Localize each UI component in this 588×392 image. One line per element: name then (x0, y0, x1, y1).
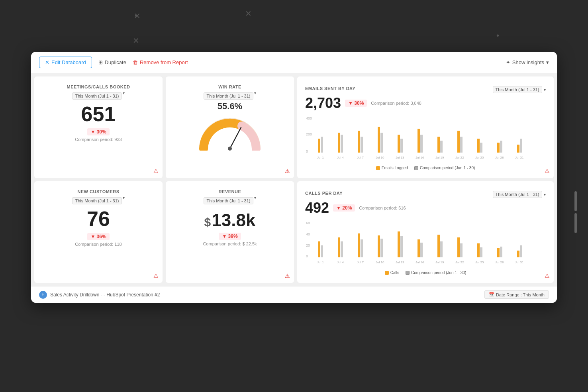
show-insights-button[interactable]: ✦ Show insights ▾ (506, 59, 549, 65)
calls-legend-secondary-label: Comparison period (Jun 1 - 30) (411, 270, 466, 275)
footer-title: Sales Activity Drilldown - - HubSpot Pre… (50, 292, 160, 298)
new-customers-date-dropdown[interactable]: This Month (Jul 1 - 31) (72, 197, 122, 204)
meetings-date-dropdown[interactable]: This Month (Jul 1 - 31) (72, 92, 122, 100)
svg-rect-58 (457, 237, 460, 257)
svg-text:Jul 28: Jul 28 (495, 261, 504, 264)
new-customers-value: 76 (87, 208, 110, 230)
svg-text:Jul 22: Jul 22 (455, 261, 464, 264)
meetings-title: MEETINGS/CALLS BOOKED (67, 84, 130, 89)
svg-text:Jul 13: Jul 13 (396, 156, 404, 159)
remove-button[interactable]: 🗑 Remove from Report (133, 59, 188, 65)
revenue-change-badge: ▼ 39% (219, 233, 241, 240)
emails-dropdown-arrow: ▾ (544, 88, 546, 92)
calls-date-dropdown[interactable]: This Month (Jul 1 - 31) (493, 191, 542, 198)
svg-rect-47 (341, 241, 343, 257)
scrollbar-handle[interactable] (574, 191, 577, 211)
new-customers-title: NEW CUSTOMERS (77, 189, 119, 194)
duplicate-button[interactable]: ⊞ Duplicate (98, 59, 126, 65)
win-rate-card: WIN RATE This Month (Jul 1 - 31) ▾ 55.6% (166, 76, 294, 178)
calls-legend-primary-label: Calls (390, 270, 399, 275)
svg-rect-26 (500, 141, 502, 153)
svg-rect-8 (321, 137, 323, 153)
svg-line-0 (230, 127, 241, 149)
calls-chart-svg: 60 40 20 0 (305, 220, 546, 267)
svg-text:Jul 4: Jul 4 (337, 261, 344, 264)
calls-metric-row: 492 ▼ 20% Comparison period: 616 (305, 200, 546, 216)
svg-text:40: 40 (306, 232, 310, 236)
emails-comparison: Comparison period: 3,848 (371, 101, 421, 106)
bg-dot-1: • (135, 11, 137, 20)
gauge-svg: 0 70% (198, 115, 262, 151)
win-rate-dropdown-arrow: ▾ (254, 91, 256, 100)
emails-change-badge: ▼ 30% (345, 100, 367, 107)
calls-legend-primary-box (385, 271, 389, 275)
svg-text:400: 400 (306, 116, 312, 120)
new-customers-change-badge: ▼ 36% (87, 233, 109, 240)
edit-databoard-button[interactable]: ✕ Edit Databoard (39, 57, 92, 68)
bg-x-3: ✕ (133, 36, 139, 45)
svg-rect-14 (380, 133, 383, 153)
revenue-title: REVENUE (219, 189, 241, 194)
svg-rect-27 (517, 145, 519, 153)
svg-rect-54 (417, 239, 420, 257)
svg-rect-22 (460, 137, 463, 153)
bg-x-4: • (496, 31, 499, 40)
svg-text:Jul 10: Jul 10 (376, 261, 384, 264)
svg-rect-46 (338, 237, 340, 257)
dashboard-footer: H Sales Activity Drilldown - - HubSpot P… (31, 286, 557, 303)
emails-legend: Emails Logged Comparison period (Jun 1 -… (305, 166, 546, 170)
calendar-icon: 📅 (489, 292, 494, 297)
win-rate-alert-icon: ⚠ (285, 168, 290, 174)
svg-rect-28 (520, 139, 522, 153)
svg-rect-61 (480, 247, 482, 257)
svg-rect-13 (378, 127, 380, 153)
emails-legend-secondary: Comparison period (Jun 1 - 30) (414, 166, 475, 170)
emails-chart-svg: 400 200 0 (305, 115, 546, 163)
svg-text:Jul 31: Jul 31 (515, 261, 524, 264)
meetings-dropdown-arrow: ▾ (123, 91, 125, 100)
gauge-container: 0 70% (198, 115, 262, 151)
svg-text:200: 200 (306, 132, 312, 136)
emails-date-dropdown[interactable]: This Month (Jul 1 - 31) (493, 86, 542, 93)
edit-label: Edit Databoard (51, 59, 86, 65)
revenue-date-dropdown[interactable]: This Month (Jul 1 - 31) (204, 197, 253, 204)
trash-icon: 🗑 (133, 59, 138, 65)
calls-legend: Calls Comparison period (Jun 1 - 30) (305, 270, 546, 275)
svg-rect-49 (361, 239, 363, 257)
emails-card: EMAILS SENT BY DAY This Month (Jul 1 - 3… (297, 76, 554, 178)
svg-rect-64 (517, 251, 519, 257)
new-customers-alert-icon: ⚠ (153, 272, 159, 279)
emails-bar-chart: 400 200 0 (305, 115, 546, 164)
svg-text:Jul 7: Jul 7 (357, 156, 364, 159)
calls-dropdown-arrow: ▾ (544, 192, 546, 197)
new-customers-comparison: Comparison period: 118 (75, 242, 122, 247)
revenue-prefix: $ (204, 216, 211, 229)
revenue-value: 13.8k (212, 211, 255, 230)
win-rate-date-dropdown[interactable]: This Month (Jul 1 - 31) (204, 92, 253, 100)
revenue-card: REVENUE This Month (Jul 1 - 31) ▾ $ 13.8… (166, 181, 294, 283)
svg-text:Jul 1: Jul 1 (317, 261, 324, 264)
svg-text:Jul 19: Jul 19 (435, 261, 444, 264)
toolbar-right: ✦ Show insights ▾ (506, 59, 549, 65)
revenue-alert-icon: ⚠ (285, 272, 290, 279)
dashboard-grid: MEETINGS/CALLS BOOKED This Month (Jul 1 … (31, 73, 557, 286)
svg-rect-45 (321, 245, 323, 257)
new-customers-dropdown-arrow: ▾ (123, 196, 125, 204)
bg-x-2: ✕ (245, 9, 252, 18)
duplicate-label: Duplicate (105, 59, 126, 65)
scrollbar-handle-2[interactable] (574, 213, 577, 233)
svg-rect-44 (318, 241, 320, 257)
svg-rect-10 (341, 135, 343, 153)
meetings-change-badge: ▼ 30% (87, 128, 109, 135)
footer-date-range[interactable]: 📅 Date Range : This Month (484, 290, 549, 299)
emails-legend-secondary-box (414, 166, 418, 170)
svg-text:Jul 22: Jul 22 (455, 156, 464, 159)
svg-rect-19 (437, 137, 440, 153)
svg-text:Jul 4: Jul 4 (337, 156, 344, 159)
svg-text:Jul 28: Jul 28 (495, 156, 504, 159)
meetings-value: 651 (81, 103, 116, 125)
toolbar: ✕ Edit Databoard ⊞ Duplicate 🗑 Remove fr… (31, 52, 557, 73)
svg-rect-25 (497, 143, 500, 153)
svg-text:Jul 31: Jul 31 (515, 156, 524, 159)
calls-legend-secondary: Comparison period (Jun 1 - 30) (406, 270, 466, 275)
